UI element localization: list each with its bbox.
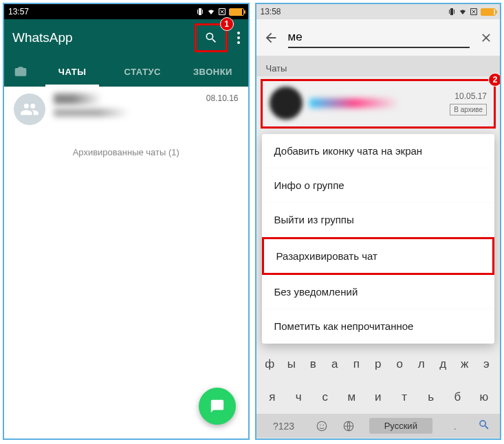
menu-leave-group[interactable]: Выйти из группы <box>262 203 495 237</box>
search-result[interactable]: 2 10.05.17 В архиве <box>261 79 496 129</box>
tab-status[interactable]: СТАТУС <box>107 56 177 87</box>
result-date: 10.05.17 <box>450 91 487 101</box>
fab-new-chat[interactable] <box>199 388 236 425</box>
wifi-icon <box>207 8 215 16</box>
chat-body <box>54 93 198 117</box>
key-row-3: ячсмитьбю <box>256 381 501 414</box>
chat-list: 08.10.16 Архивированные чаты (1) <box>4 87 248 173</box>
callout-2: 2 <box>488 73 501 87</box>
status-bar: 13:57 <box>4 4 248 19</box>
callout-1: 1 <box>220 17 234 31</box>
status-icons <box>448 8 496 16</box>
search-header <box>256 19 501 56</box>
result-name-blur <box>309 98 399 108</box>
menu-mute[interactable]: Без уведомлений <box>262 275 495 309</box>
key-д[interactable]: д <box>432 352 454 377</box>
key-ы[interactable]: ы <box>281 352 303 377</box>
menu-mark-unread[interactable]: Пометить как непрочитанное <box>262 309 495 344</box>
key-т[interactable]: т <box>391 385 418 410</box>
result-meta: 10.05.17 В архиве <box>450 91 487 115</box>
language-key[interactable]: Русский <box>369 418 432 434</box>
clock: 13:58 <box>261 7 281 16</box>
phone-right: 13:58 Чаты 2 10.05.17 В архиве Добавить … <box>255 3 502 440</box>
chat-name-blur <box>54 93 102 104</box>
vibrate-icon <box>196 8 204 16</box>
close-icon[interactable] <box>479 31 493 45</box>
svg-point-0 <box>317 421 327 431</box>
key-э[interactable]: э <box>476 352 498 377</box>
archive-badge: В архиве <box>450 104 487 115</box>
vibrate-icon <box>448 8 456 16</box>
key-ч[interactable]: ч <box>285 385 312 410</box>
group-avatar <box>14 93 45 125</box>
tabs: ЧАТЫ СТАТУС ЗВОНКИ <box>4 56 248 87</box>
menu-unarchive[interactable]: Разархивировать чат <box>262 237 495 275</box>
key-м[interactable]: м <box>338 385 365 410</box>
clock: 13:57 <box>8 7 29 16</box>
camera-tab[interactable] <box>4 65 37 78</box>
key-р[interactable]: р <box>367 352 389 377</box>
key-б[interactable]: б <box>444 385 471 410</box>
message-icon <box>210 399 225 414</box>
status-bar: 13:58 <box>256 4 501 19</box>
key-о[interactable]: о <box>389 352 411 377</box>
key-row-2: фывапролджэ <box>256 348 501 381</box>
period-key[interactable]: . <box>447 421 463 432</box>
globe-icon[interactable] <box>342 420 355 432</box>
key-в[interactable]: в <box>303 352 325 377</box>
battery-icon <box>481 8 496 16</box>
menu-add-icon[interactable]: Добавить иконку чата на экран <box>262 134 495 168</box>
result-avatar <box>270 87 303 120</box>
svg-point-1 <box>320 424 321 425</box>
phone-left: 13:57 WhatsApp 1 ЧАТЫ СТАТУС ЗВ <box>3 3 250 440</box>
whatsapp-header: WhatsApp 1 ЧАТЫ СТАТУС ЗВОНКИ <box>4 19 248 87</box>
wifi-icon <box>459 8 467 16</box>
x-icon <box>218 8 226 16</box>
key-и[interactable]: и <box>365 385 392 410</box>
key-ж[interactable]: ж <box>454 352 476 377</box>
archived-label[interactable]: Архивированные чаты (1) <box>4 132 248 173</box>
key-row-bottom: ?123 Русский . <box>256 414 501 438</box>
key-с[interactable]: с <box>312 385 339 410</box>
back-icon[interactable] <box>263 30 278 45</box>
key-ю[interactable]: ю <box>471 385 498 410</box>
status-icons <box>196 8 244 16</box>
app-title: WhatsApp <box>12 30 73 45</box>
key-ь[interactable]: ь <box>418 385 445 410</box>
symbols-key[interactable]: ?123 <box>266 421 301 432</box>
search-button[interactable]: 1 <box>195 23 228 52</box>
chat-msg-blur <box>54 109 129 117</box>
search-input[interactable] <box>288 27 470 48</box>
menu-group-info[interactable]: Инфо о группе <box>262 168 495 203</box>
chat-date: 08.10.16 <box>206 93 239 103</box>
section-label: Чаты <box>256 56 501 76</box>
tab-calls[interactable]: ЗВОНКИ <box>177 56 248 87</box>
key-а[interactable]: а <box>324 352 346 377</box>
key-л[interactable]: л <box>410 352 432 377</box>
keyboard-search-key[interactable] <box>478 419 490 434</box>
x-icon <box>470 8 478 16</box>
tab-chats[interactable]: ЧАТЫ <box>37 56 107 87</box>
emoji-icon[interactable] <box>316 420 328 432</box>
key-п[interactable]: п <box>346 352 368 377</box>
key-ф[interactable]: ф <box>259 352 281 377</box>
camera-icon <box>14 65 28 78</box>
more-button[interactable] <box>237 32 240 44</box>
battery-icon <box>229 8 244 16</box>
search-icon <box>204 31 218 45</box>
svg-point-2 <box>322 424 324 425</box>
context-menu: Добавить иконку чата на экран Инфо о гру… <box>262 134 495 344</box>
chat-item[interactable]: 08.10.16 <box>4 87 248 132</box>
key-я[interactable]: я <box>259 385 286 410</box>
